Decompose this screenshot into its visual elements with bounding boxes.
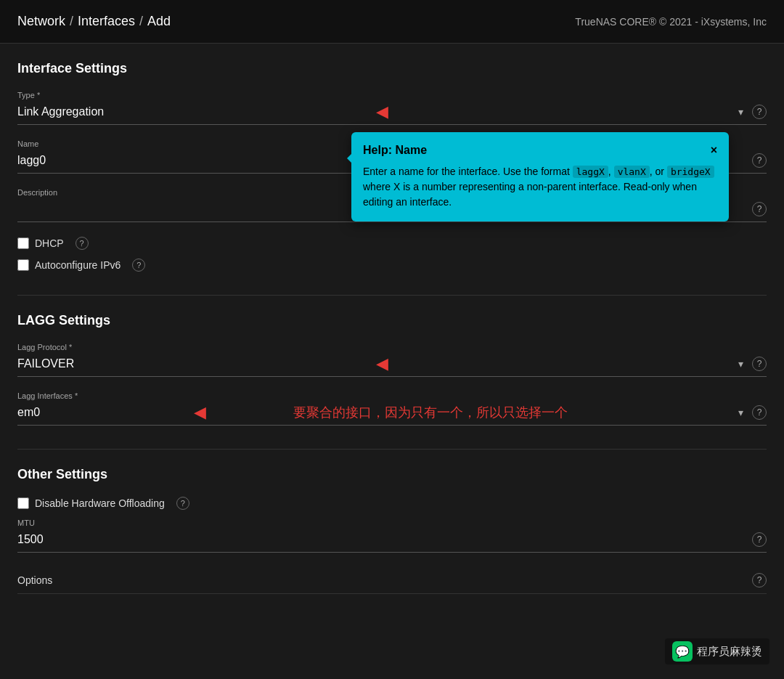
name-help-icon[interactable]: ? <box>752 153 767 168</box>
other-settings-section: Other Settings Disable Hardware Offloadi… <box>17 467 767 594</box>
autoconfigure-ipv6-row: Autoconfigure IPv6 ? <box>17 259 767 272</box>
options-help-icon[interactable]: ? <box>752 573 767 587</box>
mtu-field: MTU ? <box>17 519 767 553</box>
type-select-value: Link Aggregation <box>17 102 367 121</box>
lagg-interfaces-label: Lagg Interfaces * <box>17 391 767 400</box>
lagg-interfaces-dropdown-arrow[interactable]: ▾ <box>738 407 743 418</box>
watermark-icon: 💬 <box>672 641 693 662</box>
options-label: Options <box>17 574 52 586</box>
type-help-icon[interactable]: ? <box>752 105 767 119</box>
mtu-input-row[interactable]: ? <box>17 530 767 553</box>
tooltip-header: Help: Name × <box>363 144 717 157</box>
tooltip-text3: , or <box>650 166 667 177</box>
name-input[interactable] <box>17 151 375 170</box>
options-row: Options ? <box>17 567 767 594</box>
lagg-protocol-input-row[interactable]: FAILOVER ◀ ▾ ? <box>17 354 767 377</box>
mtu-help-icon[interactable]: ? <box>752 532 767 547</box>
lagg-protocol-value: FAILOVER <box>17 354 367 373</box>
lagg-interfaces-input-row[interactable]: em0 ◀ 要聚合的接口，因为只有一个，所以只选择一个 ▾ ? <box>17 403 767 426</box>
tooltip-code1: laggX <box>573 166 608 178</box>
disable-hw-checkbox[interactable] <box>17 497 29 509</box>
interface-settings-section: Interface Settings Type * Link Aggregati… <box>17 61 767 272</box>
breadcrumb-interfaces[interactable]: Interfaces <box>78 14 135 29</box>
breadcrumb-network[interactable]: Network <box>17 14 65 29</box>
type-label: Type * <box>17 91 767 99</box>
tooltip-text1: Enter a name for the interface. Use the … <box>363 166 573 177</box>
options-field: Options ? <box>17 567 767 594</box>
tooltip-text2: , <box>608 166 614 177</box>
disable-hw-help-icon[interactable]: ? <box>176 497 189 510</box>
dhcp-label: DHCP <box>35 237 64 249</box>
type-arrow-annotation: ◀ <box>376 102 388 121</box>
autoconfigure-ipv6-help-icon[interactable]: ? <box>132 259 145 272</box>
watermark: 💬 程序员麻辣烫 <box>665 638 769 664</box>
tooltip-title: Help: Name <box>363 144 427 157</box>
lagg-protocol-field: Lagg Protocol * FAILOVER ◀ ▾ ? <box>17 343 767 377</box>
tooltip-text4: where X is a number representing a non-p… <box>363 181 697 208</box>
mtu-label: MTU <box>17 519 767 527</box>
interface-settings-title: Interface Settings <box>17 61 767 79</box>
autoconfigure-ipv6-checkbox[interactable] <box>17 259 29 271</box>
description-help-icon[interactable]: ? <box>752 202 767 216</box>
dhcp-row: DHCP ? <box>17 237 767 250</box>
tooltip-close-button[interactable]: × <box>711 144 717 157</box>
name-field: Name ◀ ? Help: Name × Enter a name for t… <box>17 139 767 174</box>
tooltip-body: Enter a name for the interface. Use the … <box>363 164 717 210</box>
protocol-arrow-annotation: ◀ <box>376 354 388 373</box>
lagg-protocol-help-icon[interactable]: ? <box>752 357 767 371</box>
type-input-row[interactable]: Link Aggregation ◀ ▾ ? <box>17 102 767 125</box>
dhcp-checkbox[interactable] <box>17 237 29 249</box>
app-header: Network / Interfaces / Add TrueNAS CORE®… <box>0 0 784 44</box>
lagg-protocol-dropdown-arrow[interactable]: ▾ <box>738 358 743 370</box>
breadcrumb-sep2: / <box>139 14 143 29</box>
autoconfigure-ipv6-label: Autoconfigure IPv6 <box>35 259 121 271</box>
interfaces-arrow-annotation: ◀ <box>194 403 206 422</box>
brand-text: TrueNAS CORE® © 2021 - iXsystems, Inc <box>575 16 767 28</box>
type-dropdown-arrow[interactable]: ▾ <box>738 106 743 118</box>
lagg-interfaces-help-icon[interactable]: ? <box>752 405 767 420</box>
breadcrumb: Network / Interfaces / Add <box>17 14 171 29</box>
lagg-interfaces-field: Lagg Interfaces * em0 ◀ 要聚合的接口，因为只有一个，所以… <box>17 391 767 426</box>
breadcrumb-sep1: / <box>70 14 73 29</box>
watermark-text: 程序员麻辣烫 <box>697 645 762 659</box>
type-field: Type * Link Aggregation ◀ ▾ ? <box>17 91 767 125</box>
disable-hw-label: Disable Hardware Offloading <box>35 497 165 509</box>
lagg-interfaces-value: em0 <box>17 403 188 422</box>
lagg-settings-section: LAGG Settings Lagg Protocol * FAILOVER ◀… <box>17 313 767 426</box>
help-tooltip-popup: Help: Name × Enter a name for the interf… <box>351 132 729 221</box>
lagg-settings-title: LAGG Settings <box>17 313 767 331</box>
breadcrumb-add[interactable]: Add <box>147 14 171 29</box>
disable-hw-row: Disable Hardware Offloading ? <box>17 497 767 510</box>
dhcp-help-icon[interactable]: ? <box>75 237 89 250</box>
mtu-input[interactable] <box>17 530 746 549</box>
tooltip-code3: bridgeX <box>667 166 714 178</box>
main-content: Interface Settings Type * Link Aggregati… <box>0 44 784 635</box>
tooltip-code2: vlanX <box>614 166 650 178</box>
lagg-protocol-label: Lagg Protocol * <box>17 343 767 351</box>
other-settings-title: Other Settings <box>17 467 767 485</box>
cn-annotation-text: 要聚合的接口，因为只有一个，所以只选择一个 <box>293 404 568 421</box>
